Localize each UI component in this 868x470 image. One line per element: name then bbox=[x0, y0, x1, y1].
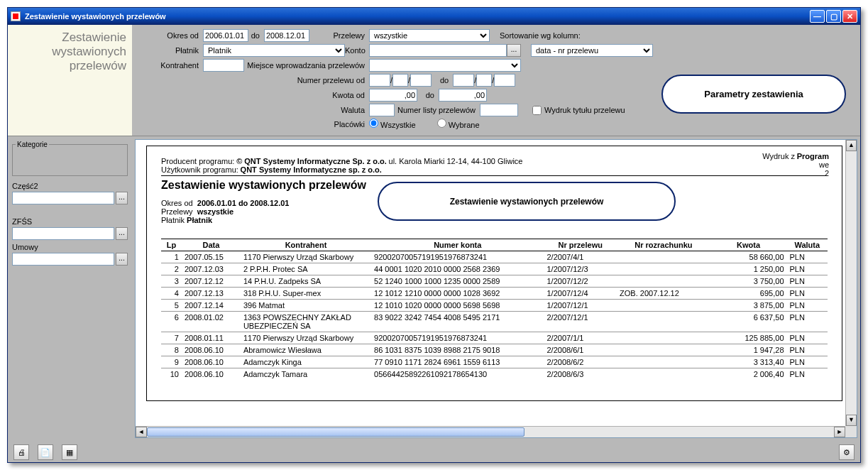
params-bubble: Parametry zestawienia bbox=[661, 75, 846, 114]
umowy-label: Umowy bbox=[12, 243, 128, 251]
platnik-select[interactable]: Platnik bbox=[203, 44, 345, 57]
kontrahent-label: Kontrahent bbox=[139, 61, 203, 70]
umowy-input[interactable] bbox=[12, 253, 114, 266]
window-title: Zestawienie wystawionych przelewów bbox=[25, 12, 810, 21]
scroll-thumb[interactable] bbox=[147, 427, 524, 437]
table-row[interactable]: 52007.12.14396 Matmat12 1010 1020 0000 0… bbox=[161, 300, 828, 312]
bottom-toolbar: 🖨 📄 ▦ ⚙ bbox=[8, 441, 860, 464]
kwota-do-label: do bbox=[417, 91, 439, 99]
col-header: Kwota bbox=[710, 239, 787, 251]
page-title-line2: wystawionych bbox=[13, 45, 126, 59]
col-header: Nr rozrachunku bbox=[617, 239, 710, 251]
zfss-lookup-button[interactable]: ... bbox=[116, 227, 128, 240]
sort-label: Sortowanie wg kolumn: bbox=[500, 31, 581, 40]
table-row[interactable]: 72008.01.111170 Pierwszy Urząd Skarbowy9… bbox=[161, 332, 828, 344]
export-icon[interactable]: 📄 bbox=[38, 444, 53, 460]
vertical-scrollbar[interactable]: ▲ ▼ bbox=[845, 140, 857, 426]
table-row[interactable]: 22007.12.032 P.P.H. Protec SA44 0001 102… bbox=[161, 263, 828, 275]
okres-od-input[interactable] bbox=[203, 29, 248, 42]
report-sheet: Wydruk z Program we 2 Producent programu… bbox=[146, 146, 842, 401]
filters-panel: Parametry zestawienia Okres od do Przele… bbox=[132, 25, 860, 136]
table-row[interactable]: 102008.06.10Adamczyk Tamara0566442589226… bbox=[161, 368, 828, 381]
czesc2-lookup-button[interactable]: ... bbox=[116, 192, 128, 204]
table-row[interactable]: 42007.12.13318 P.H.U. Super-mex12 1012 1… bbox=[161, 288, 828, 300]
page-title-line3: przelewów bbox=[13, 59, 126, 73]
col-header: Numer konta bbox=[371, 239, 544, 251]
przelewy-label: Przelewy bbox=[309, 31, 369, 40]
okres-do-input[interactable] bbox=[264, 29, 309, 42]
zfss-input[interactable] bbox=[12, 227, 114, 240]
waluta-input[interactable] bbox=[369, 104, 395, 116]
wydruk-label: Wydruk tytułu przelewu bbox=[544, 106, 625, 114]
platnik-label: Płatnik bbox=[139, 46, 203, 55]
kategorie-group: Kategorie bbox=[12, 141, 128, 176]
wydruk-checkbox[interactable] bbox=[532, 106, 542, 115]
settings-icon[interactable]: ⚙ bbox=[839, 444, 855, 460]
zfss-label: ZFŚS bbox=[12, 217, 128, 226]
miejsce-select[interactable] bbox=[369, 59, 521, 72]
numer-do-3[interactable] bbox=[494, 74, 515, 87]
sort-select[interactable]: data - nr przelewu bbox=[531, 44, 653, 57]
close-button[interactable]: ✕ bbox=[842, 10, 857, 23]
report-viewport: Wydruk z Program we 2 Producent programu… bbox=[135, 139, 857, 438]
print-from: Wydruk z Program we 2 bbox=[762, 152, 829, 177]
kwota-do-input[interactable] bbox=[439, 89, 487, 102]
czesc2-label: Część2 bbox=[12, 182, 128, 190]
do-label: do bbox=[248, 31, 264, 40]
left-header: Zestawienie wystawionych przelewów bbox=[8, 25, 132, 136]
horizontal-scrollbar[interactable]: ◄ ► bbox=[136, 426, 845, 437]
miejsce-label: Miejsce wprowadzania przelewów bbox=[244, 61, 369, 70]
report-table: LpDataKontrahentNumer kontaNr przelewuNr… bbox=[161, 239, 828, 380]
app-icon bbox=[11, 11, 21, 21]
umowy-lookup-button[interactable]: ... bbox=[116, 253, 128, 266]
report-bubble: Zestawienie wystawionych przelewów bbox=[378, 182, 676, 221]
col-header: Lp bbox=[161, 239, 182, 251]
col-header: Kontrahent bbox=[241, 239, 371, 251]
table-row[interactable]: 32007.12.1214 P.H.U. Zadpeks SA52 1240 1… bbox=[161, 275, 828, 288]
konto-lookup-button[interactable]: ... bbox=[507, 44, 521, 57]
kontrahent-input[interactable] bbox=[203, 59, 244, 72]
col-header: Data bbox=[182, 239, 241, 251]
konto-label: Konto bbox=[345, 46, 369, 55]
numer-od-2[interactable] bbox=[392, 74, 408, 87]
kwota-od-input[interactable] bbox=[369, 89, 417, 102]
konto-input[interactable] bbox=[369, 44, 507, 57]
placowki-sel-radio[interactable]: Wybrane bbox=[437, 119, 480, 129]
waluta-label: Waluta bbox=[139, 106, 369, 114]
print-icon[interactable]: 🖨 bbox=[13, 444, 29, 460]
maximize-button[interactable]: ▢ bbox=[826, 10, 841, 23]
user-line: Użytkownik programu: QNT Systemy Informa… bbox=[161, 165, 828, 174]
numer-od-label: Numer przelewu od bbox=[139, 76, 369, 84]
numer-od-3[interactable] bbox=[410, 74, 432, 87]
side-panel: Kategorie Część2 ... ZFŚS ... Umowy ... bbox=[8, 136, 132, 441]
przelewy-select[interactable]: wszystkie bbox=[369, 29, 490, 42]
col-header: Nr przelewu bbox=[544, 239, 617, 251]
kwota-od-label: Kwota od bbox=[139, 91, 369, 99]
titlebar[interactable]: Zestawienie wystawionych przelewów — ▢ ✕ bbox=[8, 8, 860, 25]
scroll-down-icon[interactable]: ▼ bbox=[846, 415, 857, 426]
table-row[interactable]: 62008.01.021363 POWSZECHNY ZAKŁAD UBEZPI… bbox=[161, 312, 828, 332]
kategorie-label: Kategorie bbox=[16, 141, 49, 148]
app-window: Zestawienie wystawionych przelewów — ▢ ✕… bbox=[7, 7, 861, 463]
minimize-button[interactable]: — bbox=[810, 10, 825, 23]
producer-line: Producent programu: © QNT Systemy Inform… bbox=[161, 157, 828, 165]
okres-od-label: Okres od bbox=[139, 31, 203, 40]
col-header: Waluta bbox=[787, 239, 828, 251]
placowki-label: Placówki bbox=[139, 120, 369, 129]
table-row[interactable]: 92008.06.10Adamczyk Kinga77 0910 1171 28… bbox=[161, 356, 828, 368]
numer-od-1[interactable] bbox=[369, 74, 390, 87]
table-row[interactable]: 12007.05.151170 Pierwszy Urząd Skarbowy9… bbox=[161, 251, 828, 263]
numer-do-2[interactable] bbox=[476, 74, 492, 87]
scroll-corner bbox=[845, 426, 857, 437]
lista-label: Numer listy przelewów bbox=[395, 106, 480, 114]
table-row[interactable]: 82008.06.10Abramowicz Wiesława86 1031 83… bbox=[161, 344, 828, 356]
numer-do-label: do bbox=[432, 76, 453, 84]
numer-do-1[interactable] bbox=[453, 74, 474, 87]
scroll-up-icon[interactable]: ▲ bbox=[846, 140, 857, 151]
scroll-right-icon[interactable]: ► bbox=[834, 427, 845, 437]
lista-input[interactable] bbox=[480, 104, 518, 116]
scroll-left-icon[interactable]: ◄ bbox=[136, 427, 147, 437]
czesc2-input[interactable] bbox=[12, 192, 114, 204]
placowki-all-radio[interactable]: Wszystkie bbox=[369, 119, 416, 129]
grid-icon[interactable]: ▦ bbox=[62, 444, 77, 460]
